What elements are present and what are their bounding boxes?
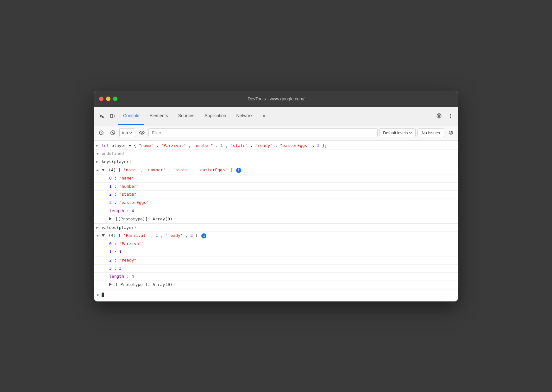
console-line: 2 : "state" [94,191,458,199]
console-line: ▶ let player = { "name" : "Parzival" , "… [94,142,458,150]
console-settings-button[interactable] [446,128,455,137]
svg-point-9 [141,132,143,134]
clear-console-button[interactable] [97,128,106,137]
expand-arrow[interactable]: ▶ [94,142,100,149]
devtools-window: DevTools - www.google.com/ Console Eleme… [94,91,458,302]
console-line: length : 4 [94,273,458,281]
console-line: ▶ keys(player) [94,158,458,166]
close-button[interactable] [99,97,104,101]
tab-more[interactable]: » [258,107,270,125]
back-arrow: ◀ [94,232,100,239]
eye-button[interactable] [137,128,147,137]
console-toolbar: top Default levels No Issues [94,125,458,141]
no-issues-button[interactable]: No Issues [417,128,444,137]
console-line: [[Prototype]]: Array(0) [94,215,458,224]
svg-line-8 [112,132,114,134]
console-line: ▶ values(player) [94,224,458,232]
device-toolbar-icon-button[interactable] [107,111,117,121]
expand-arrow[interactable]: ▶ [94,159,100,165]
expand-icon[interactable] [109,283,112,286]
tab-elements[interactable]: Elements [144,107,173,125]
tab-console[interactable]: Console [118,107,144,125]
tab-application[interactable]: Application [199,107,231,125]
collapse-icon[interactable] [102,169,105,171]
toolbar-right [434,111,455,121]
svg-point-4 [450,117,451,118]
tab-network[interactable]: Network [231,107,258,125]
console-cursor[interactable] [102,293,104,297]
console-line: 1 : "number" [94,183,458,191]
console-line: ◀ (4) [ 'name' , 'number' , 'state' , 'e… [94,166,458,174]
preserve-log-button[interactable] [108,128,117,137]
console-line: ◀ (4) [ 'Parzival' , 1 , 'ready' , 3 ] i [94,232,458,240]
svg-rect-0 [110,114,113,117]
svg-point-2 [450,114,451,115]
console-line: length : 4 [94,207,458,215]
svg-line-6 [100,132,102,134]
console-line: 0 : "name" [94,174,458,183]
collapse-icon[interactable] [102,234,105,237]
console-line: 2 : "ready" [94,256,458,265]
expand-icon[interactable] [109,217,112,220]
console-output: ▶ let player = { "name" : "Parzival" , "… [94,141,458,302]
expand-arrow[interactable]: ▶ [94,224,100,231]
titlebar: DevTools - www.google.com/ [94,91,458,107]
console-line: [[Prototype]]: Array(0) [94,281,458,289]
info-badge[interactable]: i [201,233,206,238]
more-options-button[interactable] [445,111,455,121]
console-line: 3 : "easterEggs" [94,199,458,207]
tabs: Console Elements Sources Application Net… [118,107,433,125]
svg-rect-1 [113,115,114,117]
settings-button[interactable] [434,111,444,121]
console-line: 3 : 3 [94,265,458,273]
minimize-button[interactable] [106,97,110,101]
svg-point-3 [450,116,451,117]
back-arrow: ◀ [94,167,100,173]
traffic-lights [99,97,117,101]
info-badge[interactable]: i [236,168,241,173]
console-line: 0 : "Parzival" [94,240,458,248]
console-prompt: > [94,291,102,298]
back-arrow: ◀ [94,150,100,157]
filter-input[interactable] [148,128,378,137]
console-line: ◀ undefined [94,150,458,158]
maximize-button[interactable] [113,97,117,101]
context-selector[interactable]: top [119,128,135,137]
window-title: DevTools - www.google.com/ [248,96,304,101]
inspect-icon-button[interactable] [97,111,107,121]
console-input-line: > [94,289,458,300]
default-levels-button[interactable]: Default levels [380,128,416,137]
tab-toolbar: Console Elements Sources Application Net… [94,107,458,125]
tab-sources[interactable]: Sources [173,107,199,125]
console-line: 1 : 1 [94,248,458,256]
